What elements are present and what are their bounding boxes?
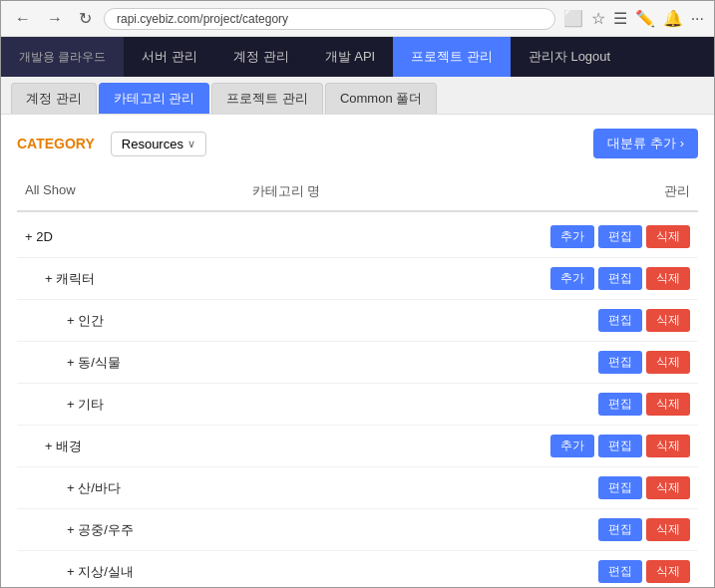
add-button[interactable]: 추가 xyxy=(550,267,594,290)
row-category-name xyxy=(244,526,472,534)
row-category-name xyxy=(244,401,472,409)
delete-button[interactable]: 식제 xyxy=(646,560,690,583)
notifications-icon: 🔔 xyxy=(663,9,683,28)
add-main-button[interactable]: 대분류 추가 › xyxy=(593,129,698,158)
tab-label-category: 카테고리 관리 xyxy=(114,91,195,106)
delete-button[interactable]: 식제 xyxy=(646,267,690,290)
table-row: + 기타편집식제 xyxy=(17,384,698,426)
row-actions: 편집식제 xyxy=(471,305,698,336)
add-button[interactable]: 추가 xyxy=(550,435,594,457)
row-category-name xyxy=(244,568,472,576)
menu-icon: ☰ xyxy=(613,9,627,28)
table-row: + 배경추가편집식제 xyxy=(17,426,698,467)
edit-button[interactable]: 편집 xyxy=(598,518,642,541)
category-header: CATEGORY Resources ∨ 대분류 추가 › xyxy=(17,129,698,158)
tab-category-manage[interactable]: 카테고리 관리 xyxy=(99,83,210,114)
nav-label-server: 서버 관리 xyxy=(142,48,197,66)
table-row: + 공중/우주편집식제 xyxy=(17,509,698,551)
col-header-manage: 관리 xyxy=(471,178,698,204)
nav-label-account: 계정 관리 xyxy=(233,48,289,66)
table-row: + 동/식물편집식제 xyxy=(17,342,698,384)
nav-label-project: 프로젝트 관리 xyxy=(411,48,493,66)
more-icon: ··· xyxy=(691,10,704,28)
nav-label-brand: 개발용 클라우드 xyxy=(19,49,106,66)
tab-account-manage[interactable]: 계정 관리 xyxy=(11,83,97,114)
category-dropdown[interactable]: Resources ∨ xyxy=(111,132,206,156)
tab-project-manage[interactable]: 프로젝트 관리 xyxy=(211,83,323,114)
edit-button[interactable]: 편집 xyxy=(598,560,642,583)
tab-icon: ⬜ xyxy=(563,9,583,28)
row-actions: 편집식제 xyxy=(471,389,698,420)
nav-item-brand[interactable]: 개발용 클라우드 xyxy=(1,37,124,77)
nav-item-project[interactable]: 프로젝트 관리 xyxy=(393,37,511,77)
settings-icon: ✏️ xyxy=(635,9,655,28)
table-row: + 산/바다편집식제 xyxy=(17,467,698,509)
delete-button[interactable]: 식제 xyxy=(646,351,690,374)
nav-item-logout[interactable]: 관리자 Logout xyxy=(511,37,628,77)
add-button[interactable]: 추가 xyxy=(550,225,594,248)
row-name: + 산/바다 xyxy=(17,475,244,501)
delete-button[interactable]: 식제 xyxy=(646,476,690,499)
row-category-name xyxy=(244,317,472,325)
delete-button[interactable]: 식제 xyxy=(646,393,690,416)
bookmark-icon: ☆ xyxy=(591,9,605,28)
address-bar[interactable]: rapi.cyebiz.com/project/category xyxy=(104,8,555,30)
forward-button[interactable]: → xyxy=(43,8,67,30)
edit-button[interactable]: 편집 xyxy=(598,435,642,457)
table-row: + 캐릭터추가편집식제 xyxy=(17,258,698,300)
browser-bar: ← → ↻ rapi.cyebiz.com/project/category ⬜… xyxy=(1,1,714,37)
edit-button[interactable]: 편집 xyxy=(598,267,642,290)
table-row: + 2D추가편집식제 xyxy=(17,216,698,258)
edit-button[interactable]: 편집 xyxy=(598,225,642,248)
row-name: + 배경 xyxy=(17,434,244,459)
browser-icons: ⬜ ☆ ☰ ✏️ 🔔 ··· xyxy=(563,9,704,28)
table-header: All Show 카테고리 명 관리 xyxy=(17,172,698,212)
row-actions: 추가편집식제 xyxy=(471,263,698,294)
nav-label-logout: 관리자 Logout xyxy=(529,48,610,66)
row-actions: 편집식제 xyxy=(471,347,698,378)
edit-button[interactable]: 편집 xyxy=(598,351,642,374)
row-name: + 공중/우주 xyxy=(17,517,244,543)
top-nav: 개발용 클라우드 서버 관리 계정 관리 개발 API 프로젝트 관리 관리자 … xyxy=(1,37,714,77)
row-category-name xyxy=(244,359,472,367)
row-category-name xyxy=(244,442,472,450)
row-actions: 추가편집식제 xyxy=(471,221,698,252)
tab-label-project: 프로젝트 관리 xyxy=(226,91,308,106)
chevron-down-icon: ∨ xyxy=(187,138,195,150)
delete-button[interactable]: 식제 xyxy=(646,435,690,457)
row-name: + 인간 xyxy=(17,308,244,334)
tab-label-common: Common 풀더 xyxy=(340,91,422,106)
row-name: + 캐릭터 xyxy=(17,266,244,292)
table-row: + 인간편집식제 xyxy=(17,300,698,342)
row-name: + 동/식물 xyxy=(17,350,244,376)
nav-item-server[interactable]: 서버 관리 xyxy=(124,37,215,77)
col-header-allshow: All Show xyxy=(17,178,244,204)
nav-label-api: 개발 API xyxy=(325,48,376,66)
dropdown-value: Resources xyxy=(122,137,183,151)
row-actions: 추가편집식제 xyxy=(471,431,698,461)
row-category-name xyxy=(244,275,472,283)
edit-button[interactable]: 편집 xyxy=(598,393,642,416)
row-actions: 편집식제 xyxy=(471,514,698,545)
table-body: + 2D추가편집식제+ 캐릭터추가편집식제+ 인간편집식제+ 동/식물편집식제+… xyxy=(17,216,698,588)
row-name: + 지상/실내 xyxy=(17,559,244,585)
row-name: + 2D xyxy=(17,225,244,248)
tab-label-account: 계정 관리 xyxy=(26,91,82,106)
delete-button[interactable]: 식제 xyxy=(646,225,690,248)
delete-button[interactable]: 식제 xyxy=(646,309,690,332)
delete-button[interactable]: 식제 xyxy=(646,518,690,541)
row-actions: 편집식제 xyxy=(471,472,698,503)
row-name: + 기타 xyxy=(17,392,244,418)
nav-item-api[interactable]: 개발 API xyxy=(307,37,394,77)
edit-button[interactable]: 편집 xyxy=(598,309,642,332)
content-area: CATEGORY Resources ∨ 대분류 추가 › All Show 카… xyxy=(1,115,714,588)
row-actions: 편집식제 xyxy=(471,556,698,587)
edit-button[interactable]: 편집 xyxy=(598,476,642,499)
row-category-name xyxy=(244,233,472,241)
sub-nav: 계정 관리 카테고리 관리 프로젝트 관리 Common 풀더 xyxy=(1,77,714,115)
nav-item-account[interactable]: 계정 관리 xyxy=(215,37,307,77)
back-button[interactable]: ← xyxy=(11,8,35,30)
refresh-button[interactable]: ↻ xyxy=(75,7,96,30)
tab-common-folder[interactable]: Common 풀더 xyxy=(325,83,437,114)
table-row: + 지상/실내편집식제 xyxy=(17,551,698,588)
